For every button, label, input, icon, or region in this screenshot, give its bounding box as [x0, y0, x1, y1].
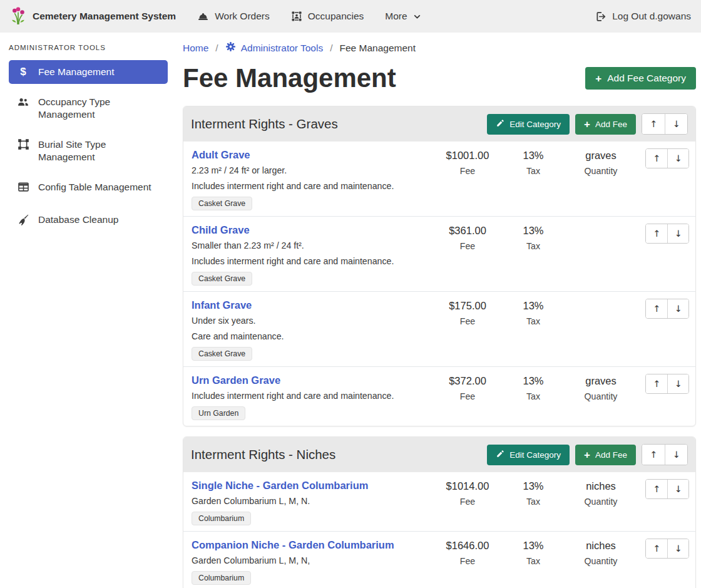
fee-name-link[interactable]: Companion Niche - Garden Columbarium	[192, 539, 394, 551]
page-title: Fee Management	[183, 63, 396, 93]
sidebar-item-config-table-management[interactable]: Config Table Management	[9, 175, 168, 202]
move-fee-up-button[interactable]: ↑	[646, 224, 667, 243]
fee-quantity: graves	[564, 374, 638, 387]
add-fee-label: Add Fee	[595, 450, 627, 460]
add-fee-label: Add Fee	[595, 120, 627, 129]
fee-tax-label: Tax	[503, 166, 564, 176]
sidebar-item-fee-management[interactable]: $ Fee Management	[9, 60, 168, 84]
sidebar-item-database-cleanup[interactable]: Database Cleanup	[9, 208, 168, 235]
add-fee-button[interactable]: + Add Fee	[575, 445, 636, 465]
sidebar-item-label: Config Table Management	[38, 181, 151, 193]
logout-link[interactable]: Log Out d.gowans	[595, 11, 691, 23]
fee-row: Companion Niche - Garden Columbarium Gar…	[183, 531, 695, 588]
fee-row: Infant Grave Under six years. Care and m…	[183, 291, 695, 366]
breadcrumb-home-label: Home	[183, 43, 208, 54]
move-category-down-button[interactable]: ↓	[665, 114, 687, 134]
fee-reorder-group: ↑ ↓	[645, 539, 689, 559]
breadcrumb-home-link[interactable]: Home	[183, 43, 208, 54]
breadcrumb-separator: /	[215, 43, 218, 54]
fee-info: Companion Niche - Garden Columbarium Gar…	[192, 539, 432, 585]
chevron-down-icon	[413, 13, 421, 21]
sidebar: ADMINISTRATOR TOOLS $ Fee Management Occ…	[0, 33, 175, 588]
fee-amount-column: $175.00 Fee	[432, 299, 503, 326]
fee-rows: Adult Grave 2.23 m² / 24 ft² or larger. …	[183, 142, 695, 426]
fee-amount-label: Fee	[432, 556, 503, 566]
fee-tax: 13%	[503, 299, 564, 312]
plus-icon: +	[584, 119, 590, 130]
sidebar-item-label: Database Cleanup	[38, 214, 118, 226]
category-header: Interment Rights - Graves Edit Category …	[183, 106, 695, 142]
nav-item-work-orders[interactable]: Work Orders	[197, 11, 270, 23]
move-fee-down-button[interactable]: ↓	[667, 480, 688, 498]
add-fee-category-label: Add Fee Category	[607, 73, 686, 84]
fee-name-link[interactable]: Child Grave	[192, 224, 250, 236]
category-reorder-group: ↑ ↓	[642, 444, 688, 465]
move-category-up-button[interactable]: ↑	[642, 445, 665, 465]
move-fee-up-button[interactable]: ↑	[646, 539, 667, 558]
fee-name-link[interactable]: Adult Grave	[192, 148, 250, 161]
pencil-icon	[496, 450, 504, 460]
fee-name-link[interactable]: Infant Grave	[192, 299, 252, 311]
fee-quantity: graves	[564, 149, 638, 162]
gear-icon	[225, 41, 236, 54]
fee-quantity-label: Quantity	[564, 497, 638, 507]
fee-amount-column: $361.00 Fee	[432, 224, 503, 251]
move-fee-down-button[interactable]: ↓	[667, 149, 688, 168]
fee-quantity-column	[564, 224, 638, 229]
add-fee-button[interactable]: + Add Fee	[575, 114, 636, 135]
fee-tax-column: 13% Tax	[503, 479, 564, 507]
fee-quantity-column: niches Quantity	[564, 479, 638, 507]
fee-name-link[interactable]: Urn Garden Grave	[192, 374, 280, 386]
fee-reorder-group: ↑ ↓	[645, 374, 689, 394]
move-fee-down-button[interactable]: ↓	[667, 539, 688, 558]
sidebar-item-label: Fee Management	[38, 66, 115, 78]
move-fee-down-button[interactable]: ↓	[667, 224, 688, 243]
fee-tag: Casket Grave	[192, 347, 252, 361]
fee-quantity: niches	[564, 539, 638, 552]
fee-tag: Casket Grave	[192, 272, 252, 286]
fee-amount-label: Fee	[432, 241, 503, 251]
fee-row: Single Niche - Garden Columbarium Garden…	[183, 472, 695, 531]
move-fee-up-button[interactable]: ↑	[646, 149, 667, 168]
hard-hat-icon	[197, 11, 209, 23]
add-fee-category-button[interactable]: + Add Fee Category	[585, 67, 696, 90]
breadcrumb-current: Fee Management	[340, 43, 416, 54]
brand-link[interactable]: Cemetery Management System	[10, 7, 176, 26]
move-fee-up-button[interactable]: ↑	[646, 299, 667, 318]
move-category-up-button[interactable]: ↑	[642, 114, 665, 134]
fee-tax-column: 13% Tax	[503, 299, 564, 326]
category-actions: Edit Category + Add Fee ↑ ↓	[487, 113, 688, 135]
move-fee-up-button[interactable]: ↑	[646, 480, 667, 498]
category-actions: Edit Category + Add Fee ↑ ↓	[487, 444, 688, 465]
move-category-down-button[interactable]: ↓	[665, 445, 687, 465]
nav-item-more[interactable]: More	[385, 11, 421, 22]
nav-item-occupancies[interactable]: Occupancies	[291, 11, 364, 22]
nav-item-label: Occupancies	[308, 11, 364, 22]
breadcrumb-separator: /	[330, 43, 332, 54]
edit-category-button[interactable]: Edit Category	[487, 445, 570, 465]
sidebar-item-occupancy-type-management[interactable]: Occupancy Type Management	[9, 90, 168, 126]
fee-reorder-group: ↑ ↓	[645, 479, 689, 499]
edit-category-label: Edit Category	[509, 120, 561, 129]
fee-amount: $175.00	[432, 299, 503, 312]
move-fee-down-button[interactable]: ↓	[667, 299, 688, 318]
sidebar-heading: ADMINISTRATOR TOOLS	[9, 44, 168, 51]
edit-category-button[interactable]: Edit Category	[487, 114, 570, 135]
breadcrumb-admin-tools-link[interactable]: Administrator Tools	[225, 41, 324, 54]
fee-description: Garden Columbarium L, M, N.	[192, 495, 429, 507]
fee-tax-column: 13% Tax	[503, 224, 564, 251]
fee-info: Child Grave Smaller than 2.23 m² / 24 ft…	[192, 224, 432, 286]
fee-name-link[interactable]: Single Niche - Garden Columbarium	[192, 479, 368, 492]
category-header: Interment Rights - Niches Edit Category …	[183, 437, 695, 472]
sidebar-item-burial-site-type-management[interactable]: Burial Site Type Management	[9, 133, 168, 169]
fee-quantity-label: Quantity	[564, 166, 638, 176]
main-content: Home / Administrator	[175, 33, 701, 588]
fee-row: Adult Grave 2.23 m² / 24 ft² or larger. …	[183, 142, 695, 216]
move-fee-up-button[interactable]: ↑	[646, 374, 667, 393]
fee-tag: Casket Grave	[192, 197, 252, 210]
fee-info: Adult Grave 2.23 m² / 24 ft² or larger. …	[192, 148, 432, 210]
fee-tax-column: 13% Tax	[503, 148, 564, 176]
fee-amount: $1646.00	[432, 539, 503, 552]
fee-tax: 13%	[503, 374, 564, 387]
move-fee-down-button[interactable]: ↓	[667, 374, 688, 393]
